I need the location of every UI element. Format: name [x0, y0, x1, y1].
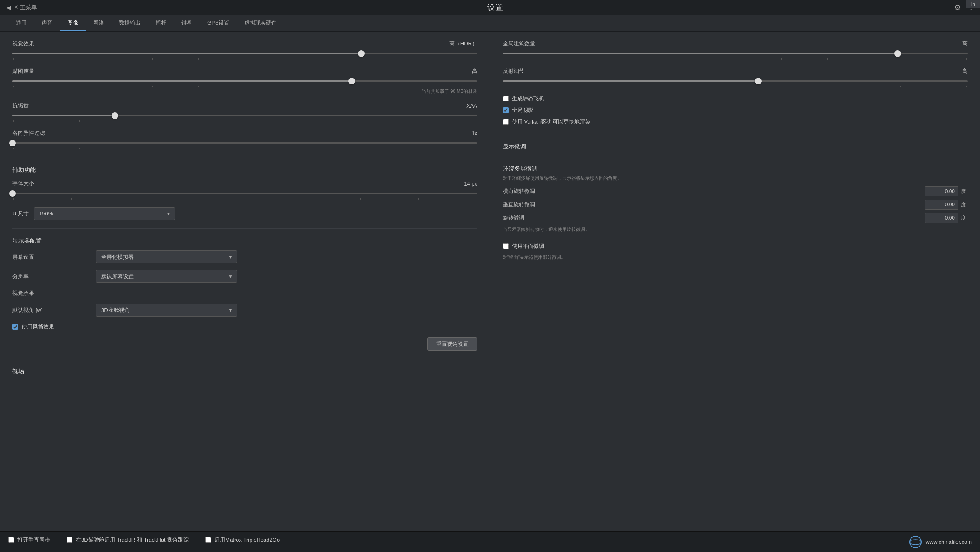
windshield-checkbox[interactable] — [12, 324, 18, 330]
visual-effects-2-label: 视觉效果 — [12, 290, 34, 297]
texture-quality-value: 高 — [472, 67, 477, 75]
h-rotate-unit: 度 — [961, 188, 968, 195]
display-config-title: 显示器配置 — [12, 237, 477, 245]
reflection-detail-slider[interactable] — [503, 77, 968, 85]
matrox-label: 启用Matrox TripleHead2Go — [214, 536, 280, 544]
aux-section-title: 辅助功能 — [12, 166, 477, 174]
resolution-dropdown-wrapper: 默认屏幕设置 1920x1080 2560x1440 ▼ — [96, 270, 237, 283]
settings-icon[interactable]: ⚙ — [954, 3, 961, 12]
tab-keyboard[interactable]: 键盘 — [174, 16, 200, 31]
matrox-row: 启用Matrox TripleHead2Go — [205, 536, 280, 544]
default-view-label: 默认视角 [w] — [12, 307, 96, 314]
font-size-row: 字体大小 14 px — [12, 180, 477, 200]
windshield-row: 使用风挡效果 — [12, 323, 477, 331]
rotation-unit: 度 — [961, 215, 968, 222]
anti-aliasing-slider[interactable] — [12, 112, 477, 119]
titlebar: ◀ < 主菜单 设置 ⚙ ? — [0, 0, 980, 15]
rotation-row: 旋转微调 度 — [503, 213, 968, 223]
screen-setting-select[interactable]: 全屏化模拟器 窗口化 全屏 — [96, 250, 237, 263]
screen-setting-dropdown-wrapper: 全屏化模拟器 窗口化 全屏 ▼ — [96, 250, 237, 263]
matrox-checkbox[interactable] — [205, 537, 211, 543]
global-shadow-row: 全局阴影 — [503, 106, 968, 114]
global-shadow-label: 全局阴影 — [512, 106, 533, 114]
global-shadow-checkbox[interactable] — [503, 107, 509, 113]
tab-vr[interactable]: 虚拟现实硬件 — [237, 16, 284, 31]
back-arrow-icon: ◀ — [7, 4, 11, 11]
trackir-label: 在3D驾驶舱启用 TrackIR 和 TrackHat 视角跟踪 — [76, 536, 189, 544]
rotation-input-group: 度 — [925, 213, 968, 223]
rotation-input[interactable] — [925, 213, 958, 223]
vsync-checkbox[interactable] — [8, 537, 14, 543]
viewport-section-title: 视场 — [12, 368, 477, 375]
visual-effects-slider[interactable] — [12, 50, 477, 57]
static-aircraft-checkbox[interactable] — [503, 96, 509, 101]
screen-setting-label: 屏幕设置 — [12, 253, 96, 261]
visual-effects-row: 视觉效果 高（HDR） — [12, 40, 477, 60]
visual-effects-label: 视觉效果 — [12, 40, 34, 47]
multi-screen-desc: 对于环绕多屏使用旋转微调，显示器将显示您周围的角度。 — [503, 175, 968, 181]
vulkan-row: 使用 Vulkan驱动 可以更快地渲染 — [503, 118, 968, 126]
resolution-select[interactable]: 默认屏幕设置 1920x1080 2560x1440 — [96, 270, 237, 283]
v-rotate-row: 垂直旋转微调 度 — [503, 200, 968, 210]
back-label: < 主菜单 — [15, 4, 37, 11]
font-size-slider[interactable] — [12, 190, 477, 197]
trackir-row: 在3D驾驶舱启用 TrackIR 和 TrackHat 视角跟踪 — [67, 536, 189, 544]
window-title: 设置 — [487, 2, 504, 12]
logo-text: www.chinafiler.com — [925, 539, 972, 545]
aniso-filter-label: 各向异性过滤 — [12, 129, 45, 137]
logo-icon — [909, 535, 922, 549]
flat-screen-desc: 对"墙面"显示器使用部分微调。 — [503, 254, 968, 260]
texture-quality-slider[interactable] — [12, 77, 477, 85]
texture-quality-label: 贴图质量 — [12, 67, 34, 75]
back-button[interactable]: ◀ < 主菜单 — [7, 4, 37, 11]
vsync-label: 打开垂直同步 — [17, 536, 50, 544]
ui-size-row: UI尺寸 100% 125% 150% 175% 200% ▼ — [12, 207, 477, 220]
display-fine-tune-title: 显示微调 — [503, 143, 968, 150]
resolution-label: 分辨率 — [12, 273, 96, 280]
tabbar: 通用 声音 图像 网络 数据输出 摇杆 键盘 GPS设置 虚拟现实硬件 — [0, 15, 980, 32]
texture-quality-row: 贴图质量 高 当前共加载了 90 MB的材质 — [12, 67, 477, 94]
vsync-row: 打开垂直同步 — [8, 536, 50, 544]
tab-general[interactable]: 通用 — [8, 16, 34, 31]
v-rotate-input[interactable] — [925, 200, 958, 210]
top-badge: Ih — [966, 0, 980, 8]
global-buildings-row: 全局建筑数量 高 — [503, 40, 968, 60]
default-view-select[interactable]: 3D座舱视角 2D座舱视角 外部视角 — [96, 304, 237, 317]
rotation-label: 旋转微调 — [503, 214, 524, 222]
flat-screen-checkbox[interactable] — [503, 243, 509, 249]
right-panel: 全局建筑数量 高 反射细节 高 — [490, 32, 980, 531]
rotation-desc: 当显示器倾斜转动时，通常使用旋转微调。 — [503, 226, 968, 233]
static-aircraft-label: 生成静态飞机 — [512, 95, 544, 102]
anti-aliasing-row: 抗锯齿 FXAA — [12, 102, 477, 122]
v-rotate-label: 垂直旋转微调 — [503, 201, 535, 208]
aniso-filter-slider[interactable] — [12, 139, 477, 147]
texture-quality-sublabel: 当前共加载了 90 MB的材质 — [12, 88, 477, 94]
global-buildings-slider[interactable] — [503, 50, 968, 57]
tab-gps[interactable]: GPS设置 — [200, 16, 237, 31]
ui-size-label: UI尺寸 — [12, 210, 29, 218]
display-fine-tune-section: 显示微调 环绕多屏微调 对于环绕多屏使用旋转微调，显示器将显示您周围的角度。 横… — [503, 143, 968, 260]
default-view-dropdown-wrapper: 3D座舱视角 2D座舱视角 外部视角 ▼ — [96, 304, 237, 317]
trackir-checkbox[interactable] — [67, 537, 72, 543]
font-size-label: 字体大小 — [12, 180, 34, 187]
vulkan-label: 使用 Vulkan驱动 可以更快地渲染 — [512, 118, 591, 126]
tab-graphics[interactable]: 图像 — [60, 16, 86, 31]
flat-screen-label: 使用平面微调 — [512, 243, 544, 250]
h-rotate-row: 横向旋转微调 度 — [503, 186, 968, 196]
h-rotate-input[interactable] — [925, 186, 958, 196]
tab-sound[interactable]: 声音 — [34, 16, 60, 31]
vulkan-checkbox[interactable] — [503, 119, 509, 125]
visual-effects-value: 高（HDR） — [449, 40, 477, 47]
reflection-detail-row: 反射细节 高 — [503, 67, 968, 87]
h-rotate-input-group: 度 — [925, 186, 968, 196]
tab-joystick[interactable]: 摇杆 — [148, 16, 174, 31]
tab-network[interactable]: 网络 — [86, 16, 112, 31]
screen-setting-row: 屏幕设置 全屏化模拟器 窗口化 全屏 ▼ — [12, 250, 477, 263]
aniso-filter-value: 1x — [471, 130, 477, 136]
tab-data-output[interactable]: 数据输出 — [112, 16, 148, 31]
anti-aliasing-label: 抗锯齿 — [12, 102, 29, 109]
ui-size-select[interactable]: 100% 125% 150% 175% 200% — [34, 207, 175, 220]
v-rotate-unit: 度 — [961, 201, 968, 208]
reset-view-button[interactable]: 重置视角设置 — [427, 337, 477, 351]
bottom-bar: 打开垂直同步 在3D驾驶舱启用 TrackIR 和 TrackHat 视角跟踪 … — [0, 531, 980, 552]
